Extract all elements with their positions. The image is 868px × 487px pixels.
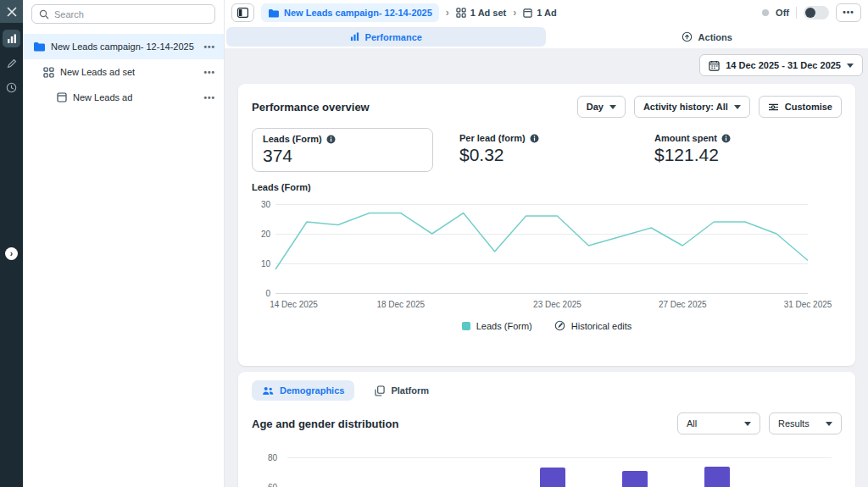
chart-controls: Day Activity history: All Customise [577, 96, 842, 118]
adset-grid-icon [43, 67, 54, 78]
collapse-panel-button[interactable] [231, 3, 254, 22]
legend-label: Historical edits [571, 321, 632, 331]
tree-item-menu-icon[interactable]: ••• [203, 93, 215, 102]
date-range-label: 14 Dec 2025 - 31 Dec 2025 [726, 60, 841, 70]
y-tick-label: 60 [252, 483, 277, 487]
line-chart-title: Leads (Form) [252, 182, 842, 192]
metric-per-lead[interactable]: Per lead (form) $0.32 [449, 128, 644, 172]
breakdown-select[interactable]: All [677, 412, 760, 434]
folder-icon [268, 8, 279, 18]
adset-grid-icon [456, 8, 466, 18]
content-scroll-area[interactable]: 14 Dec 2025 - 31 Dec 2025 Performance ov… [225, 48, 868, 487]
metric-label-row: Per lead (form) [459, 133, 634, 143]
leads-line-series [275, 213, 808, 270]
metric-label-row: Leads (Form) [263, 134, 422, 144]
insights-chart-icon[interactable] [3, 30, 20, 47]
age-gender-bar [704, 467, 730, 487]
breadcrumb-campaign[interactable]: New Leads campaign- 12-14-2025 [261, 3, 439, 22]
people-icon [262, 386, 274, 396]
tree-item-campaign[interactable]: New Leads campaign- 12-14-2025 ••• [23, 34, 224, 59]
performance-card-header: Performance overview Day Activity histor… [252, 96, 842, 118]
legend-leads-form: Leads (Form) [462, 321, 532, 331]
tab-platform-label: Platform [391, 385, 429, 396]
metric-value: $121.42 [654, 145, 829, 165]
y-tick-label: 20 [261, 230, 270, 239]
search-box[interactable] [31, 4, 215, 24]
legend-historical-edits: Historical edits [554, 320, 632, 331]
chevron-down-icon [744, 422, 751, 426]
info-icon[interactable] [326, 135, 336, 144]
legend-swatch [462, 322, 470, 330]
gridline [287, 457, 832, 458]
sliders-icon [768, 102, 779, 112]
customise-label: Customise [785, 102, 832, 112]
x-tick-label: 18 Dec 2025 [376, 300, 425, 309]
breadcrumb-ad-label: 1 Ad [537, 8, 556, 18]
tree-item-menu-icon[interactable]: ••• [203, 42, 215, 52]
calendar-icon [709, 60, 720, 71]
metric-value: 374 [263, 146, 422, 166]
expand-rail-icon[interactable]: › [5, 247, 18, 260]
y-tick-label: 80 [252, 453, 277, 462]
close-icon[interactable] [0, 0, 23, 23]
y-tick-label: 0 [265, 289, 270, 298]
line-chart-x-axis: 14 Dec 202518 Dec 202523 Dec 202527 Dec … [275, 300, 808, 312]
left-rail: › [0, 0, 23, 487]
leads-line-chart: 3020100 14 Dec 202518 Dec 202523 Dec 202… [252, 199, 842, 295]
date-range-button[interactable]: 14 Dec 2025 - 31 Dec 2025 [699, 54, 863, 76]
panel-toggle-icon [237, 8, 248, 18]
metric-label: Amount spent [654, 133, 717, 143]
metric-value: $0.32 [459, 145, 634, 165]
divider [796, 7, 797, 19]
delivery-toggle[interactable] [804, 6, 829, 19]
age-gender-bar-chart: 8060 [252, 440, 842, 487]
edit-pencil-icon[interactable] [3, 54, 20, 72]
customise-button[interactable]: Customise [759, 96, 842, 118]
search-icon [39, 9, 49, 19]
performance-card-title: Performance overview [252, 101, 370, 113]
chart-legend: Leads (Form) Historical edits [252, 320, 842, 331]
tree-item-adset[interactable]: New Leads ad set ••• [23, 59, 224, 85]
line-chart-y-axis: 3020100 [252, 199, 275, 295]
x-tick-label: 23 Dec 2025 [533, 300, 581, 309]
info-icon[interactable] [530, 134, 539, 143]
tab-actions-label: Actions [698, 32, 732, 42]
legend-label: Leads (Form) [476, 321, 532, 331]
tree-item-label: New Leads ad [73, 92, 132, 102]
info-icon[interactable] [721, 134, 731, 143]
breadcrumb-adset-label: 1 Ad set [470, 8, 506, 18]
tree-item-ad[interactable]: New Leads ad ••• [23, 85, 224, 110]
campaign-tree-panel: New Leads campaign- 12-14-2025 ••• New L… [23, 0, 225, 487]
metric-select[interactable]: Results [769, 412, 842, 434]
toggle-knob [805, 8, 815, 18]
ads-manager-app: › New Leads campaign- 12-14-2025 ••• New… [0, 0, 868, 487]
tree-item-label: New Leads campaign- 12-14-2025 [51, 42, 194, 52]
history-clock-icon[interactable] [3, 79, 20, 97]
tab-demographics[interactable]: Demographics [252, 380, 354, 401]
pencil-circle-icon [554, 320, 565, 331]
chevron-down-icon [847, 64, 854, 68]
metric-select-value: Results [778, 418, 810, 429]
demographics-card: Demographics Platform Age and gender dis… [238, 372, 855, 487]
activity-history-label: Activity history: All [643, 102, 728, 112]
tab-platform[interactable]: Platform [364, 380, 439, 401]
breadcrumb-adset[interactable]: 1 Ad set [456, 8, 506, 18]
ad-frame-icon [57, 92, 67, 102]
chevron-down-icon [609, 105, 616, 109]
activity-history-dropdown[interactable]: Activity history: All [634, 96, 750, 118]
breadcrumb-bar: New Leads campaign- 12-14-2025 › 1 Ad se… [225, 0, 868, 25]
metric-leads-form[interactable]: Leads (Form) 374 [252, 128, 433, 172]
chevron-down-icon [826, 422, 832, 426]
day-granularity-dropdown[interactable]: Day [577, 96, 626, 118]
metric-label: Per lead (form) [459, 133, 526, 143]
metric-amount-spent[interactable]: Amount spent $121.42 [644, 128, 839, 172]
tab-performance[interactable]: Performance [226, 27, 546, 47]
breadcrumb-ad[interactable]: 1 Ad [523, 8, 556, 18]
ad-frame-icon [523, 8, 532, 18]
tree-item-menu-icon[interactable]: ••• [203, 68, 215, 77]
demographics-card-title: Age and gender distribution [252, 418, 398, 430]
metric-cards: Leads (Form) 374 Per lead (form) [252, 128, 842, 172]
more-options-button[interactable]: ••• [836, 3, 861, 22]
tab-actions[interactable]: Actions [548, 27, 867, 47]
search-input[interactable] [54, 9, 208, 19]
